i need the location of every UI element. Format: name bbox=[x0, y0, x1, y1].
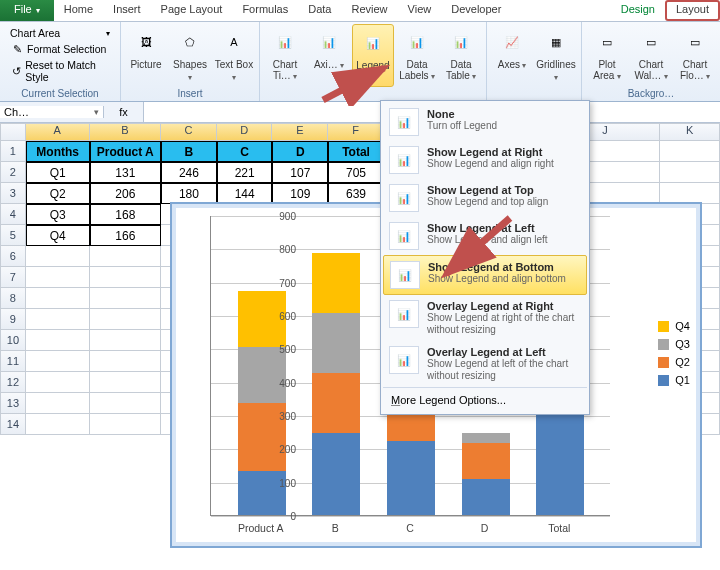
bar-stack[interactable] bbox=[462, 433, 510, 515]
row-header[interactable]: 8 bbox=[0, 288, 26, 309]
gridlines-button[interactable]: ▦Gridlines bbox=[535, 24, 577, 85]
cell[interactable] bbox=[26, 330, 90, 351]
row-header[interactable]: 10 bbox=[0, 330, 26, 351]
cell[interactable] bbox=[26, 309, 90, 330]
row-header[interactable]: 4 bbox=[0, 204, 26, 225]
cell[interactable] bbox=[90, 351, 162, 372]
cell[interactable]: 144 bbox=[217, 183, 273, 204]
legend-option[interactable]: 📊Show Legend at RightShow Legend and ali… bbox=[383, 141, 587, 179]
cell[interactable] bbox=[26, 414, 90, 435]
cell[interactable]: Months bbox=[26, 141, 90, 162]
cell[interactable]: 639 bbox=[328, 183, 384, 204]
cell[interactable]: Product A bbox=[90, 141, 162, 162]
cell[interactable] bbox=[26, 288, 90, 309]
cell[interactable] bbox=[90, 267, 162, 288]
cell[interactable] bbox=[26, 351, 90, 372]
select-all-corner[interactable] bbox=[0, 123, 26, 141]
row-header[interactable]: 11 bbox=[0, 351, 26, 372]
col-header[interactable]: E bbox=[272, 123, 328, 141]
cell[interactable]: Q1 bbox=[26, 162, 90, 183]
cell[interactable] bbox=[90, 288, 162, 309]
tab-page-layout[interactable]: Page Layout bbox=[151, 0, 233, 21]
shapes-button[interactable]: ⬠Shapes bbox=[169, 24, 211, 85]
row-header[interactable]: 12 bbox=[0, 372, 26, 393]
cell[interactable]: 166 bbox=[90, 225, 162, 246]
legend-option[interactable]: 📊Overlay Legend at RightShow Legend at r… bbox=[383, 295, 587, 341]
cell[interactable]: C bbox=[217, 141, 273, 162]
format-selection-button[interactable]: ✎ Format Selection bbox=[6, 41, 114, 57]
col-header[interactable]: F bbox=[328, 123, 384, 141]
row-header[interactable]: 1 bbox=[0, 141, 26, 162]
row-header[interactable]: 5 bbox=[0, 225, 26, 246]
tab-insert[interactable]: Insert bbox=[103, 0, 151, 21]
tab-home[interactable]: Home bbox=[54, 0, 103, 21]
cell[interactable] bbox=[26, 267, 90, 288]
cell[interactable]: 168 bbox=[90, 204, 162, 225]
row-header[interactable]: 2 bbox=[0, 162, 26, 183]
bar-stack[interactable] bbox=[312, 253, 360, 515]
legend-item[interactable]: Q1 bbox=[658, 374, 690, 386]
fx-label[interactable]: fx bbox=[104, 102, 144, 123]
cell[interactable]: D bbox=[272, 141, 328, 162]
legend-option[interactable]: 📊Show Legend at BottomShow Legend and al… bbox=[383, 255, 587, 295]
cell[interactable] bbox=[26, 372, 90, 393]
legend-item[interactable]: Q2 bbox=[658, 356, 690, 368]
cell[interactable]: Q4 bbox=[26, 225, 90, 246]
cell[interactable]: 705 bbox=[328, 162, 384, 183]
cell[interactable] bbox=[90, 372, 162, 393]
data-table-button[interactable]: 📊Data Table bbox=[440, 24, 482, 87]
chart-title-button[interactable]: 📊Chart Ti… bbox=[264, 24, 306, 87]
tab-view[interactable]: View bbox=[398, 0, 442, 21]
col-header[interactable]: B bbox=[90, 123, 162, 141]
row-header[interactable]: 7 bbox=[0, 267, 26, 288]
cell[interactable]: 246 bbox=[161, 162, 217, 183]
cell[interactable]: 107 bbox=[272, 162, 328, 183]
tab-formulas[interactable]: Formulas bbox=[232, 0, 298, 21]
col-header[interactable]: A bbox=[26, 123, 90, 141]
textbox-button[interactable]: AText Box bbox=[213, 24, 255, 85]
tab-file[interactable]: File bbox=[0, 0, 54, 21]
plot-area-button[interactable]: ▭Plot Area bbox=[586, 24, 628, 84]
cell[interactable] bbox=[90, 393, 162, 414]
legend-button[interactable]: 📊Legend bbox=[352, 24, 394, 87]
col-header[interactable]: C bbox=[161, 123, 217, 141]
cell[interactable] bbox=[660, 183, 720, 204]
axes-button[interactable]: 📈Axes bbox=[491, 24, 533, 85]
cell[interactable] bbox=[90, 414, 162, 435]
chart-floor-button[interactable]: ▭Chart Flo… bbox=[674, 24, 716, 84]
chart-element-dropdown[interactable]: Chart Area▾ bbox=[6, 26, 114, 40]
cell[interactable]: Total bbox=[328, 141, 384, 162]
cell[interactable] bbox=[660, 162, 720, 183]
cell[interactable] bbox=[26, 393, 90, 414]
tab-design[interactable]: Design bbox=[611, 0, 665, 21]
tab-review[interactable]: Review bbox=[341, 0, 397, 21]
name-box-dropdown-icon[interactable]: ▾ bbox=[94, 107, 99, 117]
axis-titles-button[interactable]: 📊Axi… bbox=[308, 24, 350, 87]
picture-button[interactable]: 🖼Picture bbox=[125, 24, 167, 85]
more-legend-options[interactable]: More Legend Options... bbox=[383, 387, 587, 412]
tab-data[interactable]: Data bbox=[298, 0, 341, 21]
col-header[interactable]: K bbox=[660, 123, 720, 141]
legend-option[interactable]: 📊Overlay Legend at LeftShow Legend at le… bbox=[383, 341, 587, 387]
cell[interactable]: 131 bbox=[90, 162, 162, 183]
cell[interactable]: 221 bbox=[217, 162, 273, 183]
cell[interactable]: Q3 bbox=[26, 204, 90, 225]
cell[interactable]: 109 bbox=[272, 183, 328, 204]
cell[interactable] bbox=[90, 330, 162, 351]
data-labels-button[interactable]: 📊Data Labels bbox=[396, 24, 438, 87]
name-box[interactable]: ▾ bbox=[0, 106, 104, 118]
legend-option[interactable]: 📊Show Legend at TopShow Legend and top a… bbox=[383, 179, 587, 217]
chart-wall-button[interactable]: ▭Chart Wal… bbox=[630, 24, 672, 84]
cell[interactable]: 180 bbox=[161, 183, 217, 204]
col-header[interactable]: D bbox=[217, 123, 273, 141]
cell[interactable] bbox=[90, 309, 162, 330]
chart-legend[interactable]: Q4Q3Q2Q1 bbox=[658, 314, 690, 392]
legend-option[interactable]: 📊Show Legend at LeftShow Legend and alig… bbox=[383, 217, 587, 255]
cell[interactable] bbox=[660, 141, 720, 162]
tab-developer[interactable]: Developer bbox=[441, 0, 511, 21]
row-header[interactable]: 13 bbox=[0, 393, 26, 414]
cell[interactable]: 206 bbox=[90, 183, 162, 204]
tab-layout[interactable]: Layout bbox=[665, 0, 720, 21]
cell[interactable]: Q2 bbox=[26, 183, 90, 204]
cell[interactable] bbox=[90, 246, 162, 267]
